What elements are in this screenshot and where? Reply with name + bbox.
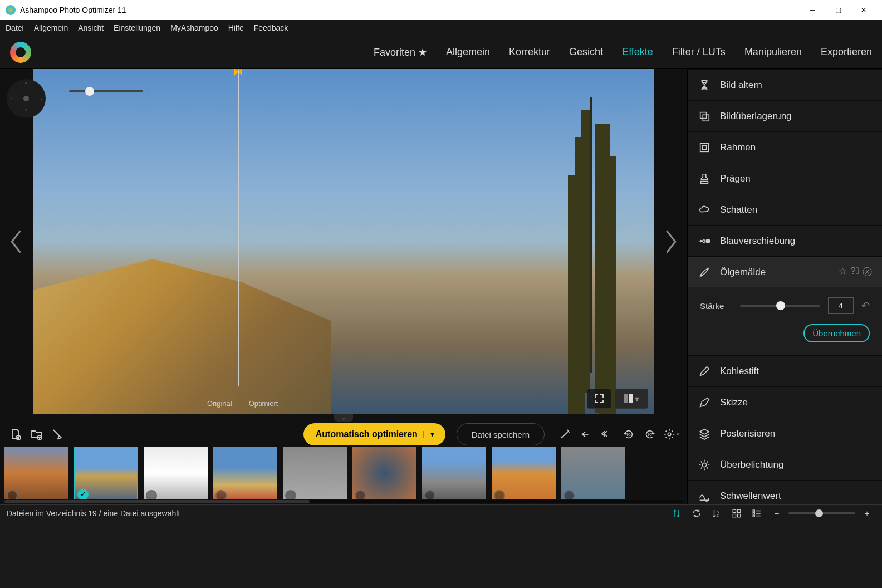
pan-joystick[interactable]: ˄˅ ‹› — [7, 79, 46, 118]
auto-optimize-button[interactable]: Automatisch optimieren ▼ — [303, 423, 445, 445]
undo-all-icon[interactable] — [598, 425, 617, 443]
compare-handle-icon[interactable] — [234, 69, 242, 76]
minimize-button[interactable]: ─ — [800, 0, 825, 20]
tag-icon[interactable] — [49, 425, 67, 443]
tab-favoriten[interactable]: Favoriten ★ — [374, 46, 427, 58]
thumbnail-4[interactable] — [283, 447, 347, 499]
thumbnail-check-icon[interactable] — [7, 490, 18, 499]
thumbnail-strip: ✓ — [0, 447, 687, 499]
effect-bildaltern[interactable]: Bild altern — [688, 69, 882, 100]
thumbnail-0[interactable] — [4, 447, 68, 499]
slider-max-icon[interactable]: + — [859, 504, 875, 522]
tab-korrektur[interactable]: Korrektur — [509, 46, 550, 58]
add-file-icon[interactable] — [7, 425, 24, 443]
thumbnail-size-slider[interactable] — [788, 512, 855, 514]
maximize-button[interactable]: ▢ — [825, 0, 851, 20]
tab-allgemein[interactable]: Allgemein — [446, 46, 490, 58]
next-image-button[interactable] — [654, 69, 687, 414]
thumbnail-3[interactable] — [213, 447, 277, 499]
prev-image-button[interactable] — [0, 69, 33, 414]
apply-button[interactable]: Übernehmen — [803, 324, 870, 342]
remove-icon[interactable]: ⓧ — [863, 266, 872, 278]
tab-filterluts[interactable]: Filter / LUTs — [672, 46, 726, 58]
effect-lgemlde[interactable]: Ölgemälde☆?⃝ⓧ — [688, 256, 882, 287]
strength-slider[interactable] — [740, 305, 820, 307]
thumbnail-check-icon[interactable] — [424, 490, 435, 499]
tab-exportieren[interactable]: Exportieren — [821, 46, 872, 58]
menu-hilfe[interactable]: Hilfe — [228, 23, 244, 32]
tab-manipulieren[interactable]: Manipulieren — [744, 46, 802, 58]
add-folder-icon[interactable] — [28, 425, 46, 443]
save-file-button[interactable]: Datei speichern — [457, 423, 545, 445]
image-preview[interactable]: Original Optimiert ▾ — [33, 69, 654, 414]
effect-rahmen[interactable]: Rahmen — [688, 131, 882, 163]
main-tabs: Favoriten ★AllgemeinKorrekturGesichtEffe… — [374, 46, 872, 58]
zoom-slider[interactable]: − + — [60, 86, 152, 97]
thumbnail-check-icon[interactable] — [564, 490, 575, 499]
thumbnail-6[interactable] — [422, 447, 486, 499]
sort-icon[interactable] — [668, 504, 685, 522]
rotate-right-icon[interactable]: 90 — [640, 425, 659, 443]
help-icon[interactable]: ?⃝ — [850, 266, 859, 278]
effect-skizze[interactable]: Skizze — [688, 386, 882, 418]
effect-bildberlagerung[interactable]: Bildüberlagerung — [688, 100, 882, 131]
star-icon[interactable]: ☆ — [839, 266, 847, 278]
effects-panel: Bild alternBildüberlagerungRahmenPrägenS… — [687, 69, 882, 504]
thumbnail-check-icon[interactable] — [494, 490, 505, 499]
effect-posterisieren[interactable]: Posterisieren — [688, 418, 882, 449]
sun-icon — [698, 458, 711, 472]
thumbnail-8[interactable] — [561, 447, 625, 499]
svg-rect-8 — [702, 145, 706, 149]
reset-icon[interactable]: ↶ — [861, 300, 870, 312]
auto-optimize-dropdown-icon[interactable]: ▼ — [423, 431, 435, 438]
thumbnail-2[interactable] — [144, 447, 208, 499]
strength-value[interactable]: 4 — [828, 297, 854, 314]
effect-schwellenwert[interactable]: Schwellenwert — [688, 480, 882, 504]
effect-kohlestift[interactable]: Kohlestift — [688, 355, 882, 386]
thumbnail-list-icon[interactable] — [748, 504, 765, 522]
effect-berbelichtung[interactable]: Überbelichtung — [688, 449, 882, 480]
zoom-in-icon[interactable]: + — [143, 87, 152, 96]
thumbnail-check-icon[interactable] — [355, 490, 366, 499]
collapse-handle[interactable]: ⌄ — [0, 414, 687, 422]
refresh-icon[interactable] — [688, 504, 705, 522]
thumbnail-1[interactable]: ✓ — [74, 447, 138, 499]
menu-feedback[interactable]: Feedback — [254, 23, 288, 32]
undo-icon[interactable] — [577, 425, 596, 443]
menu-myashampoo[interactable]: MyAshampoo — [170, 23, 218, 32]
svg-text:A: A — [717, 509, 719, 513]
compare-divider[interactable] — [238, 69, 239, 386]
compare-mode-button[interactable]: ▾ — [615, 389, 648, 409]
effect-schatten[interactable]: Schatten — [688, 194, 882, 225]
thumbnail-check-icon[interactable] — [285, 490, 296, 499]
wave-icon — [698, 489, 711, 503]
svg-rect-21 — [753, 515, 754, 517]
rotate-left-icon[interactable]: 90 — [619, 425, 638, 443]
effect-prgen[interactable]: Prägen — [688, 163, 882, 194]
menubar: DateiAllgemeinAnsichtEinstellungenMyAsha… — [0, 20, 882, 36]
under-toolbar: Automatisch optimieren ▼ Datei speichern… — [0, 422, 687, 447]
sort-az-icon[interactable]: AZ — [708, 504, 725, 522]
thumbnail-5[interactable] — [352, 447, 416, 499]
magic-wand-icon[interactable] — [556, 425, 575, 443]
close-button[interactable]: ✕ — [851, 0, 876, 20]
effect-label: Bild altern — [720, 80, 872, 91]
effect-label: Rahmen — [720, 142, 872, 153]
effect-blauverschiebung[interactable]: Blauverschiebung — [688, 225, 882, 256]
tab-gesicht[interactable]: Gesicht — [569, 46, 603, 58]
fullscreen-button[interactable] — [587, 389, 611, 409]
thumbnail-check-icon[interactable] — [146, 490, 157, 499]
statusbar: Dateien im Verzeichnis 19 / eine Datei a… — [0, 504, 882, 521]
thumbnail-7[interactable] — [492, 447, 556, 499]
header: Ashampoo® Photo Optimizer 11 Favoriten ★… — [0, 36, 882, 69]
zoom-out-icon[interactable]: − — [60, 87, 69, 96]
thumbnail-check-icon[interactable]: ✓ — [77, 489, 89, 499]
svg-point-9 — [700, 240, 702, 242]
thumbnail-size-icon[interactable] — [728, 504, 745, 522]
thumbnail-scrollbar[interactable] — [4, 500, 683, 503]
gear-icon[interactable]: ▾ — [661, 425, 680, 443]
slider-min-icon[interactable]: − — [768, 504, 785, 522]
svg-point-11 — [706, 239, 709, 242]
thumbnail-check-icon[interactable] — [215, 490, 227, 499]
tab-effekte[interactable]: Effekte — [622, 46, 653, 58]
